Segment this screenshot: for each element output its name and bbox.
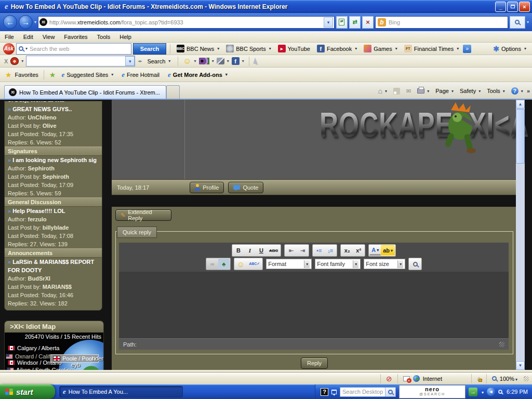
idiot-map[interactable]: 205470 Visits / 15 Recent Hits Calgary /… <box>5 332 103 370</box>
safety-menu[interactable]: Safety <box>457 88 483 94</box>
bullet-list-button[interactable]: •≡ <box>313 245 325 256</box>
topic-title[interactable]: »GREAT NEWS GUYS.. <box>5 105 102 113</box>
add-favorite-button[interactable]: ★ <box>49 71 56 79</box>
quote-button[interactable]: Quote <box>228 182 263 193</box>
profile-button[interactable]: Profile <box>190 182 224 193</box>
font-size-select[interactable]: Font size <box>364 259 405 269</box>
underline-button[interactable]: U <box>256 245 267 256</box>
bold-button[interactable]: B <box>233 245 244 256</box>
link-bbc-news[interactable]: BBCBBC News <box>174 45 222 52</box>
address-input[interactable]: XI http://www.xtremeidiots.com/fora_topi… <box>38 16 335 29</box>
gadget-dropdown[interactable]: ▾ <box>227 59 229 63</box>
ask-search-input[interactable] <box>30 46 129 52</box>
scrollbar-thumb[interactable] <box>516 109 525 164</box>
addon-search-combobox[interactable]: ▾ <box>26 56 135 66</box>
recent-pages-dropdown[interactable]: ▾ <box>34 20 36 24</box>
section-header-general-discussion[interactable]: General Discussion <box>5 197 102 207</box>
strikethrough-button[interactable]: ABC <box>267 245 280 256</box>
indent-button[interactable]: ⇥ <box>297 245 308 256</box>
print-button[interactable] <box>415 88 432 94</box>
tray-dropdown[interactable] <box>481 389 484 395</box>
stop-button[interactable]: × <box>362 16 374 29</box>
minimize-button[interactable]: _ <box>495 2 506 12</box>
smartscreen-filter-button[interactable]: ⌂ <box>477 375 481 382</box>
eyes-icon[interactable] <box>199 58 209 64</box>
desktop-search-box[interactable] <box>340 387 396 397</box>
close-button[interactable]: × <box>519 2 530 12</box>
new-tab-stub[interactable] <box>166 85 180 99</box>
facebook-icon[interactable]: f <box>232 57 240 65</box>
preview-button[interactable] <box>409 259 421 269</box>
window-resize-grip[interactable] <box>524 376 529 381</box>
format-select[interactable]: Format <box>266 259 312 269</box>
feeds-button[interactable] <box>391 88 403 95</box>
link-facebook[interactable]: fFacebook <box>314 45 360 52</box>
tray-restore-icon[interactable] <box>331 390 337 394</box>
monkey-icon[interactable] <box>10 57 19 65</box>
scroll-up-button[interactable]: ▲ <box>516 100 525 109</box>
scroll-down-button[interactable]: ▼ <box>516 361 525 370</box>
address-dropdown[interactable]: ▾ <box>324 17 333 28</box>
insert-image-button[interactable]: ♣ <box>218 259 230 269</box>
menu-tools[interactable]: Tools <box>92 32 115 42</box>
font-color-button[interactable]: A <box>369 245 381 256</box>
toolbar-grip[interactable]: ◂▸ <box>138 59 142 63</box>
ask-search-dropdown[interactable]: ▾ <box>25 46 28 51</box>
quill-icon[interactable] <box>253 57 260 65</box>
map-location[interactable]: Calgary / Alberta <box>8 345 59 351</box>
jump-to-post-icon[interactable]: » <box>8 106 11 112</box>
search-box[interactable]: b <box>375 16 508 29</box>
toolbar-close-button[interactable]: X <box>4 58 8 64</box>
section-header-signatures[interactable]: Signatures <box>5 147 102 156</box>
eyes-dropdown[interactable]: ▾ <box>212 59 214 63</box>
vertical-scrollbar[interactable]: ▲ ▼ <box>516 100 525 370</box>
desktop-search-input[interactable] <box>342 389 385 395</box>
link-bbc-sports[interactable]: BBC Sports <box>223 45 273 52</box>
jump-to-post-icon[interactable]: » <box>8 157 11 163</box>
monkey-dropdown[interactable]: ▾ <box>21 59 23 63</box>
link-financial-times[interactable]: FTFinancial Times <box>402 45 461 52</box>
menu-edit[interactable]: Edit <box>19 32 38 42</box>
compatibility-view-button[interactable]: ⇄ <box>336 16 348 29</box>
section-header-announcements[interactable]: Announcements <box>5 248 102 258</box>
editor-resize-grip[interactable] <box>499 342 504 347</box>
emoticon-button[interactable]: ☺ <box>235 259 247 269</box>
popup-blocker-icon[interactable]: ⊘ <box>386 376 392 382</box>
extended-reply-button[interactable]: ✎Extended Reply <box>115 209 171 221</box>
hide-icons-chevron[interactable]: ◄ <box>487 388 495 396</box>
desktop-search-button[interactable] <box>385 388 395 396</box>
restore-button[interactable] <box>507 2 518 12</box>
topic-title[interactable]: »LaRSin & MARIAN$$ REPORT FOR DOOTY <box>5 258 102 274</box>
ask-search-box[interactable]: ▾ <box>16 43 131 55</box>
insert-link-button[interactable]: ∞ <box>207 259 218 269</box>
search-options-dropdown[interactable]: ▾ <box>527 20 529 24</box>
link-youtube[interactable]: ▶YouTube <box>275 45 313 52</box>
refresh-button[interactable]: ⇄ <box>349 16 361 29</box>
active-tab[interactable]: XI How To Embed A YouTube Clip - Idiot F… <box>4 85 166 99</box>
tools-menu[interactable]: Tools <box>484 88 508 94</box>
start-button[interactable]: start <box>0 384 55 399</box>
help-menu[interactable]: ? <box>509 87 526 95</box>
nero-search-panel[interactable]: nero @SEARCH <box>399 385 466 398</box>
gadget-icon[interactable] <box>217 58 224 64</box>
highlight-button[interactable]: ab <box>381 245 395 256</box>
rich-text-editor[interactable]: B I U ABC ⇤ ⇥ •≡ ₁≡ <box>119 243 509 350</box>
editor-text-area[interactable] <box>119 272 509 321</box>
tray-app-icon[interactable]: → <box>469 388 477 396</box>
read-mail-button[interactable]: ✉ <box>404 88 414 95</box>
italic-button[interactable]: I <box>244 245 256 256</box>
addon-search-input[interactable] <box>26 58 125 64</box>
addon-combo-dropdown[interactable]: ▾ <box>125 56 135 66</box>
menu-view[interactable]: View <box>38 32 60 42</box>
url-text[interactable]: http://www.xtremeidiots.com/fora_topic.a… <box>49 19 322 25</box>
protected-mode-icon[interactable] <box>403 376 410 381</box>
tray-search-icon[interactable] <box>498 390 502 394</box>
more-links-chevron[interactable]: » <box>463 45 471 53</box>
outdent-button[interactable]: ⇤ <box>285 245 297 256</box>
forward-button[interactable]: → <box>19 15 33 29</box>
ask-options[interactable]: ✱Options <box>490 45 529 53</box>
get-more-addons[interactable]: eGet More Add-ons <box>165 71 230 79</box>
facebook-dropdown[interactable]: ▾ <box>242 59 244 63</box>
menu-favorites[interactable]: Favorites <box>59 32 92 42</box>
taskbar-item-ie[interactable]: e How To Embed A You... <box>59 386 183 397</box>
